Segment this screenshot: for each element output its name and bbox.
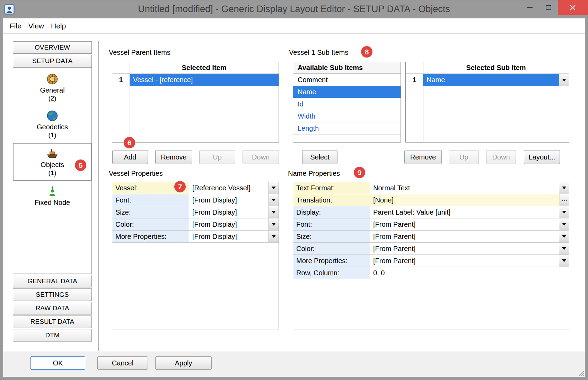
list-item-length[interactable]: Length [293, 122, 401, 135]
dropdown-button[interactable] [269, 231, 279, 242]
chevron-down-icon [562, 259, 566, 262]
property-row-display: Display: Parent Label: Value [unit] [293, 206, 569, 218]
annotation-badge-7: 7 [174, 181, 186, 192]
dropdown-button[interactable] [559, 231, 569, 242]
text-format-dropdown[interactable]: Normal Text [370, 182, 569, 194]
tree-item-label: Geodetics [37, 123, 68, 131]
vessel-parent-table: Selected Item 1 Vessel - [reference] [112, 62, 279, 142]
annotation-badge-8: 8 [361, 46, 372, 58]
down-button[interactable]: Down [243, 150, 279, 164]
selected-item-header: Selected Item [130, 62, 279, 74]
apply-button[interactable]: Apply [155, 356, 212, 370]
resize-grip[interactable] [577, 369, 584, 376]
sidebar-item-general-data[interactable]: GENERAL DATA [13, 275, 92, 287]
chevron-down-icon [272, 199, 276, 201]
menu-help[interactable]: Help [47, 20, 69, 32]
selected-sub-item-row[interactable]: 1 Name [406, 74, 569, 86]
select-button[interactable]: Select [302, 150, 337, 164]
sidebar-item-settings[interactable]: SETTINGS [13, 288, 92, 301]
dropdown-button[interactable] [559, 255, 569, 267]
dropdown-button[interactable] [269, 206, 279, 218]
font-dropdown[interactable]: [From Parent] [370, 218, 569, 230]
minimize-icon [527, 7, 533, 8]
setup-data-tree: General (2) Geodetics (1) [13, 67, 92, 274]
tree-item-general[interactable]: General (2) [13, 69, 91, 106]
translation-field[interactable]: [None] ... [370, 194, 569, 206]
dropdown-button[interactable] [559, 218, 569, 230]
vessel-properties-grid: Vessel: [Reference Vessel] Font: [From D… [112, 182, 279, 329]
chevron-down-icon [562, 223, 566, 226]
window-title: Untitled [modified] - Generic Display La… [0, 4, 588, 15]
maximize-button[interactable] [539, 0, 558, 15]
vessel-parent-row[interactable]: 1 Vessel - [reference] [112, 74, 279, 86]
property-value: [From Display] [189, 194, 269, 206]
dropdown-button[interactable] [559, 182, 569, 194]
remove-button[interactable]: Remove [155, 150, 192, 164]
dropdown-button[interactable] [269, 182, 279, 194]
sidebar-item-overview[interactable]: OVERVIEW [13, 41, 92, 54]
chevron-down-icon [562, 79, 566, 81]
tree-item-fixed-node[interactable]: Fixed Node [13, 181, 91, 210]
row-column-field[interactable]: 0, 0 [370, 267, 569, 279]
dropdown-button[interactable] [269, 194, 279, 206]
list-item-name[interactable]: Name [293, 86, 401, 98]
titlebar: Untitled [modified] - Generic Display La… [0, 0, 588, 18]
list-item-width[interactable]: Width [293, 110, 401, 122]
more-properties-dropdown[interactable]: [From Display] [189, 231, 279, 242]
selected-sub-item-value[interactable]: Name [423, 74, 559, 86]
color-dropdown[interactable]: [From Display] [189, 218, 279, 230]
available-sub-items-list: Available Sub Items Comment Name Id Widt… [293, 62, 401, 142]
maximize-icon [546, 5, 551, 10]
cancel-button[interactable]: Cancel [97, 356, 148, 370]
sidebar-item-dtm[interactable]: DTM [13, 329, 92, 342]
chevron-down-icon [562, 187, 566, 189]
property-row-font: Font: [From Parent] [293, 218, 569, 231]
property-label: Display: [293, 206, 370, 218]
property-value: [Reference Vessel] [189, 182, 269, 194]
sidebar-item-result-data[interactable]: RESULT DATA [13, 316, 92, 328]
chevron-down-icon [562, 247, 566, 250]
vessel-parent-row-value[interactable]: Vessel - [reference] [130, 74, 279, 86]
up-button[interactable]: Up [199, 150, 235, 164]
dropdown-button[interactable] [269, 218, 279, 230]
dropdown-button[interactable] [559, 243, 569, 254]
more-properties-dropdown[interactable]: [From Parent] [370, 255, 569, 267]
menu-view[interactable]: View [25, 20, 47, 32]
ok-button[interactable]: OK [30, 356, 85, 370]
property-value: Normal Text [370, 182, 559, 194]
up-sub-item-button[interactable]: Up [449, 150, 479, 164]
sidebar-item-raw-data[interactable]: RAW DATA [13, 302, 92, 314]
add-button[interactable]: Add [112, 150, 148, 164]
size-dropdown[interactable]: [From Display] [189, 206, 279, 218]
down-sub-item-button[interactable]: Down [486, 150, 516, 164]
dropdown-button[interactable] [559, 74, 569, 86]
list-item-id[interactable]: Id [293, 98, 401, 110]
remove-sub-item-button[interactable]: Remove [404, 150, 442, 164]
vessel-properties-title: Vessel Properties [109, 169, 163, 178]
layout-button[interactable]: Layout... [524, 150, 560, 164]
menu-file[interactable]: File [6, 20, 25, 32]
sidebar: OVERVIEW SETUP DATA General (2) [13, 41, 92, 351]
size-dropdown[interactable]: [From Parent] [370, 231, 569, 242]
minimize-button[interactable] [520, 0, 539, 15]
font-dropdown[interactable]: [From Display] [189, 194, 279, 206]
ellipsis-button[interactable]: ... [560, 194, 569, 206]
close-icon [569, 4, 576, 11]
sidebar-item-setup-data[interactable]: SETUP DATA [13, 55, 92, 67]
vessel-dropdown[interactable]: [Reference Vessel] [189, 182, 279, 194]
selected-sub-item-table: Selected Sub Item 1 Name [405, 62, 569, 142]
tree-item-objects[interactable]: Objects (1) 5 [13, 143, 91, 181]
close-button[interactable] [558, 0, 588, 15]
chevron-down-icon [562, 211, 566, 214]
footer-bar: OK Cancel Apply [3, 351, 585, 377]
fixed-node-icon [47, 185, 58, 197]
property-value: [From Parent] [370, 218, 559, 230]
property-label: Text Format: [293, 182, 370, 194]
tree-item-geodetics[interactable]: Geodetics (1) [13, 106, 91, 142]
app-icon [4, 4, 15, 15]
color-dropdown[interactable]: [From Parent] [370, 243, 569, 254]
display-dropdown[interactable]: Parent Label: Value [unit] [370, 206, 569, 218]
chevron-down-icon [272, 187, 276, 189]
dropdown-button[interactable] [559, 206, 569, 218]
list-item-comment[interactable]: Comment [293, 74, 401, 86]
